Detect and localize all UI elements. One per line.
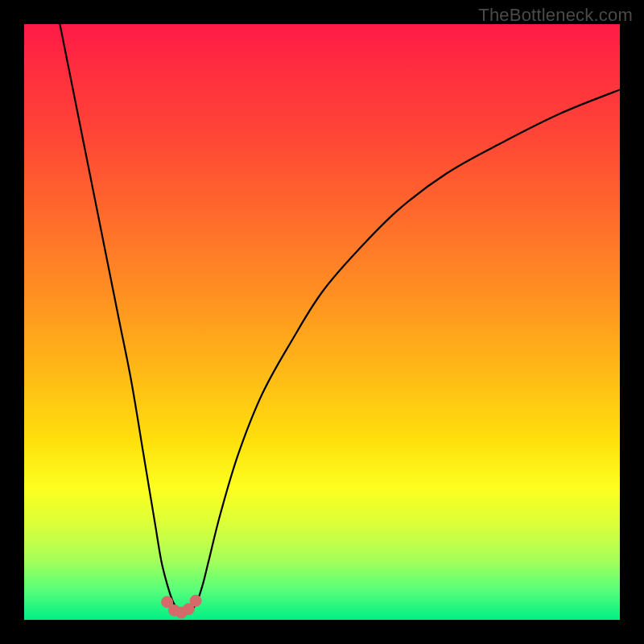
chart-frame: TheBottleneck.com	[0, 0, 644, 644]
chart-svg	[24, 24, 620, 620]
bottleneck-curve	[60, 24, 620, 614]
marker-dot	[190, 595, 201, 606]
bottleneck-markers	[162, 595, 202, 618]
watermark-text: TheBottleneck.com	[478, 5, 633, 26]
plot-area	[24, 24, 620, 620]
